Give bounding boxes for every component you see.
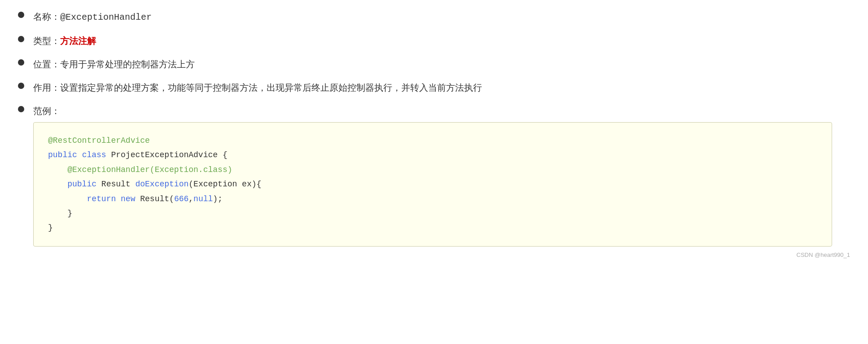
bullet-dot: [18, 106, 24, 112]
code-line-2: public class ProjectExceptionAdvice {: [48, 148, 817, 162]
code-line-4: public Result doException(Exception ex){: [48, 177, 817, 191]
code-normal-2: ProjectExceptionAdvice {: [106, 150, 228, 159]
bullet-dot: [18, 12, 24, 18]
label-usage: 作用：: [33, 83, 60, 93]
value-location: 专用于异常处理的控制器方法上方: [60, 59, 195, 69]
bullet-content-usage: 作用：设置指定异常的处理方案，功能等同于控制器方法，出现异常后终止原始控制器执行…: [33, 80, 850, 95]
code-kw-public2: public: [67, 180, 96, 189]
code-kw-class: class: [82, 150, 106, 159]
bullet-item-type: 类型：方法注解: [18, 33, 850, 49]
code-normal-6: }: [67, 209, 72, 218]
code-line-7: }: [48, 221, 817, 235]
code-normal-5d: );: [213, 194, 223, 203]
code-block: @RestControllerAdvice public class Proje…: [33, 122, 832, 247]
value-name: @ExceptionHandler: [60, 12, 152, 22]
bullet-content-location: 位置：专用于异常处理的控制器方法上方: [33, 57, 850, 72]
label-name: 名称：: [33, 12, 60, 22]
code-line-5: return new Result(666,null);: [48, 192, 817, 206]
bullet-content-example: 范例： @RestControllerAdvice public class P…: [33, 103, 850, 260]
code-normal-5b: Result(: [135, 194, 174, 203]
code-normal-7: }: [48, 223, 53, 232]
bullet-dot: [18, 83, 24, 89]
bullet-item-location: 位置：专用于异常处理的控制器方法上方: [18, 57, 850, 72]
code-null-null: null: [193, 194, 213, 203]
bullet-item-example: 范例： @RestControllerAdvice public class P…: [18, 103, 850, 260]
code-annotation-3: @ExceptionHandler(Exception.class): [67, 165, 232, 174]
bullet-dot: [18, 59, 24, 66]
bullet-dot: [18, 36, 24, 42]
code-line-1: @RestControllerAdvice: [48, 133, 817, 148]
code-normal-4b: (Exception ex){: [189, 180, 261, 189]
code-line-6: }: [48, 206, 817, 221]
label-type: 类型：: [33, 36, 60, 46]
code-normal-5c: ,: [189, 194, 193, 203]
code-number-666: 666: [174, 194, 189, 203]
label-location: 位置：: [33, 59, 60, 69]
bullet-list: 名称：@ExceptionHandler 类型：方法注解 位置：专用于异常处理的…: [18, 9, 850, 260]
code-kw-public: public: [48, 150, 77, 159]
code-kw-return: return: [87, 194, 116, 203]
watermark: CSDN @heart990_1: [33, 250, 850, 260]
code-line-3: @ExceptionHandler(Exception.class): [48, 163, 817, 177]
code-method-doexception: doException: [135, 180, 189, 189]
code-kw-new: new: [121, 194, 135, 203]
value-type: 方法注解: [60, 36, 96, 46]
code-normal-5a: [116, 194, 121, 203]
code-normal-4a: Result: [96, 180, 135, 189]
bullet-content-type: 类型：方法注解: [33, 33, 850, 49]
label-example: 范例：: [33, 106, 60, 116]
bullet-item-name: 名称：@ExceptionHandler: [18, 9, 850, 25]
bullet-content-name: 名称：@ExceptionHandler: [33, 9, 850, 25]
bullet-item-usage: 作用：设置指定异常的处理方案，功能等同于控制器方法，出现异常后终止原始控制器执行…: [18, 80, 850, 95]
code-annotation-1: @RestControllerAdvice: [48, 136, 150, 145]
value-usage: 设置指定异常的处理方案，功能等同于控制器方法，出现异常后终止原始控制器执行，并转…: [60, 83, 482, 93]
